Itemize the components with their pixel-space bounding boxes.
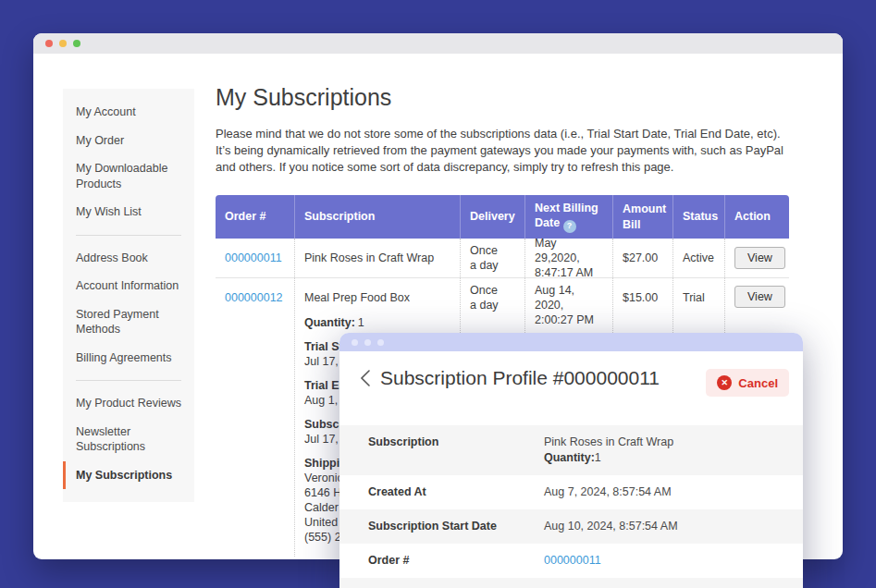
cancel-x-icon: ✕: [717, 375, 732, 390]
help-icon[interactable]: ?: [563, 220, 576, 233]
modal-row-order-number: Order # 000000011: [339, 544, 803, 578]
amount-bill-value: $27.00: [612, 239, 672, 277]
next-billing-date-value: May 29,2020, 8:47:17 AM: [524, 239, 612, 277]
modal-title: Subscription Profile #000000011: [380, 367, 660, 389]
modal-row-created-at: Created At Aug 7, 2024, 8:57:54 AM: [339, 475, 803, 509]
order-link[interactable]: 000000012: [225, 291, 283, 304]
quantity-line: Quantity:1: [304, 315, 450, 330]
column-header-amount-bill: Amount Bill: [612, 195, 672, 239]
view-button[interactable]: View: [734, 247, 785, 269]
modal-subscription-name: Pink Roses in Craft Wrap: [544, 435, 673, 450]
column-header-delivery: Delivery: [460, 195, 524, 239]
column-header-next-billing-date: Next Billing Date ?: [524, 195, 612, 239]
traffic-light-zoom-button[interactable]: [73, 40, 80, 47]
modal-titlebar: [339, 333, 803, 351]
modal-header: Subscription Profile #000000011 ✕ Cancel: [339, 351, 803, 400]
cancel-button[interactable]: ✕ Cancel: [706, 369, 789, 397]
column-header-subscription: Subscription: [294, 195, 460, 239]
order-link[interactable]: 000000011: [544, 554, 601, 567]
column-header-action: Action: [724, 195, 789, 239]
sidebar-item-billing-agreements[interactable]: Billing Agreements: [63, 344, 194, 373]
chevron-left-icon: [359, 369, 371, 387]
modal-window-dot: [377, 339, 384, 346]
account-sidebar: My Account My Order My Downloadable Prod…: [63, 89, 194, 502]
sidebar-item-my-order[interactable]: My Order: [63, 127, 194, 155]
modal-row-partial: [339, 578, 803, 588]
sidebar-item-stored-payment-methods[interactable]: Stored Payment Methods: [63, 300, 194, 344]
modal-body: Subscription Pink Roses in Craft Wrap Qu…: [339, 425, 803, 588]
modal-row-subscription: Subscription Pink Roses in Craft Wrap Qu…: [339, 425, 803, 475]
modal-row-subscription-start-date: Subscription Start Date Aug 10, 2024, 8:…: [339, 509, 803, 544]
sidebar-item-account-information[interactable]: Account Information: [63, 272, 194, 300]
sidebar-divider: [76, 235, 181, 236]
desktop-background: My Account My Order My Downloadable Prod…: [0, 0, 876, 588]
subscription-name: Meal Prep Food Box: [304, 290, 450, 305]
table-row: 000000011 Pink Roses in Craft Wrap Once …: [216, 239, 789, 277]
traffic-light-minimize-button[interactable]: [59, 40, 67, 47]
column-header-order-number: Order #: [216, 195, 294, 239]
window-titlebar: [33, 33, 843, 54]
delivery-value: Once a day: [460, 239, 524, 277]
modal-window-dot: [364, 339, 371, 346]
sidebar-item-my-downloadable-products[interactable]: My Downloadable Products: [63, 154, 194, 198]
page-description: Please mind that we do not store some of…: [216, 126, 796, 176]
view-button[interactable]: View: [734, 286, 785, 308]
table-header-row: Order # Subscription Delivery Next Billi…: [216, 195, 789, 239]
modal-quantity-line: Quantity:1: [544, 450, 673, 466]
sidebar-item-address-book[interactable]: Address Book: [63, 244, 194, 273]
order-link[interactable]: 000000011: [225, 251, 282, 265]
traffic-light-close-button[interactable]: [45, 40, 53, 47]
sidebar-item-my-product-reviews[interactable]: My Product Reviews: [63, 389, 194, 418]
back-button[interactable]: [359, 369, 371, 387]
status-badge: Active: [672, 239, 724, 277]
sidebar-item-newsletter-subscriptions[interactable]: Newsletter Subscriptions: [63, 418, 194, 461]
page-title: My Subscriptions: [216, 84, 391, 111]
subscription-name: Pink Roses in Craft Wrap: [294, 239, 460, 277]
subscription-profile-modal: Subscription Profile #000000011 ✕ Cancel…: [339, 333, 803, 588]
column-header-status: Status: [672, 195, 724, 239]
sidebar-divider: [76, 380, 181, 381]
sidebar-item-my-wish-list[interactable]: My Wish List: [63, 198, 194, 227]
sidebar-item-my-account[interactable]: My Account: [63, 98, 194, 127]
modal-window-dot: [352, 339, 358, 346]
sidebar-item-my-subscriptions[interactable]: My Subscriptions: [63, 461, 194, 490]
